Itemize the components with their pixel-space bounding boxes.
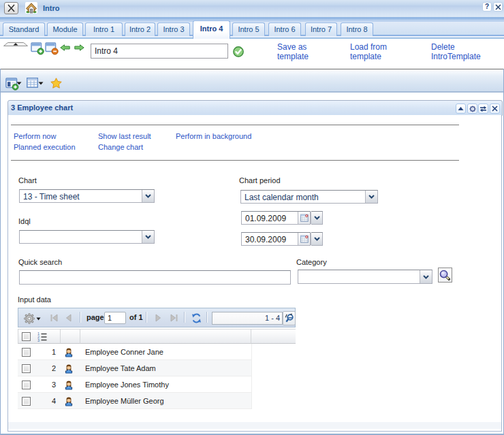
svg-text:3: 3 bbox=[37, 338, 40, 342]
